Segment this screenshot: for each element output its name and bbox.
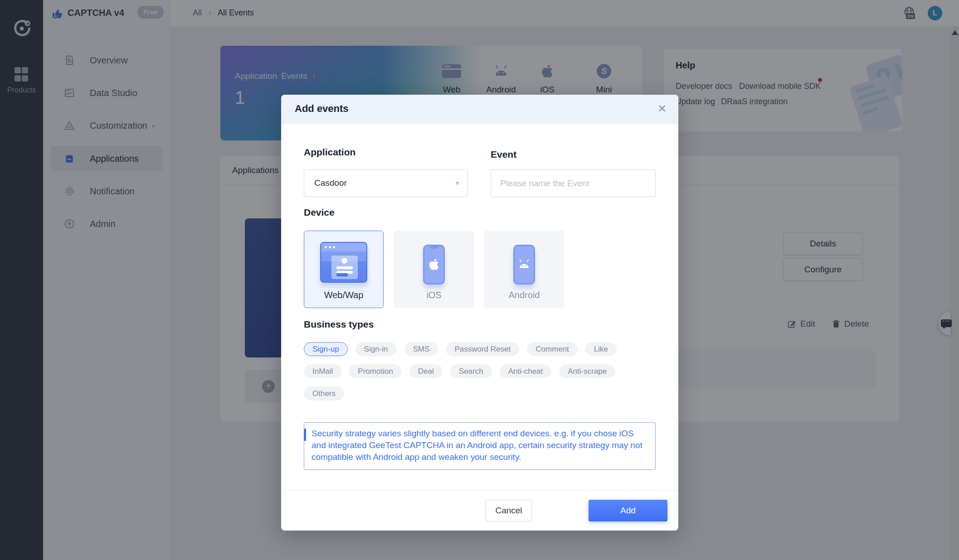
chevron-down-icon: ▼ — [454, 180, 460, 187]
iphone-device-icon — [423, 245, 445, 285]
chip-anti-cheat[interactable]: Anti-cheat — [500, 364, 552, 378]
android-device-icon — [513, 245, 535, 285]
event-label: Event — [491, 149, 516, 160]
modal-footer: Cancel Add — [281, 490, 678, 531]
chip-anti-scrape[interactable]: Anti-scrape — [559, 364, 615, 378]
modal-header: Add events ✕ — [281, 95, 678, 124]
close-icon[interactable]: ✕ — [657, 102, 667, 115]
chip-others[interactable]: Others — [304, 386, 344, 401]
application-select-value: Casdoor — [314, 178, 347, 188]
chip-inmail[interactable]: InMail — [304, 364, 341, 378]
business-chip-row-2: InMail Promotion Deal Search Anti-cheat … — [304, 364, 615, 378]
device-label: Device — [304, 207, 335, 218]
device-card-webwap[interactable]: Web/Wap — [304, 231, 384, 308]
application-select[interactable]: Casdoor ▼ — [304, 169, 468, 197]
chip-deal[interactable]: Deal — [409, 364, 443, 378]
chip-sign-up[interactable]: Sign-up — [304, 342, 348, 356]
business-chip-row-1: Sign-up Sign-in SMS Password Reset Comme… — [304, 342, 617, 356]
business-types-label: Business types — [304, 319, 374, 330]
chip-promotion[interactable]: Promotion — [349, 364, 401, 378]
add-button[interactable]: Add — [589, 500, 667, 521]
device-card-android[interactable]: Android — [484, 231, 564, 308]
device-card-ios[interactable]: iOS — [394, 231, 474, 308]
add-events-modal: Add events ✕ Application Event Casdoor ▼… — [281, 95, 678, 531]
chip-sign-in[interactable]: Sign-in — [355, 342, 397, 356]
business-chip-row-3: Others — [304, 386, 344, 401]
chip-like[interactable]: Like — [585, 342, 617, 356]
screen: Products CAPTCHA v4 Free Overview — [0, 0, 959, 560]
chip-sms[interactable]: SMS — [404, 342, 438, 356]
cancel-button[interactable]: Cancel — [486, 500, 532, 521]
browser-device-icon — [320, 242, 367, 283]
note-text: Security strategy varies slightly based … — [312, 428, 647, 463]
event-name-input[interactable] — [491, 169, 656, 197]
chip-password-reset[interactable]: Password Reset — [446, 342, 519, 356]
application-label: Application — [304, 147, 355, 158]
modal-title: Add events — [295, 103, 349, 115]
note-accent-bar — [304, 429, 306, 441]
chip-comment[interactable]: Comment — [527, 342, 578, 356]
chip-search[interactable]: Search — [450, 364, 492, 378]
security-note: Security strategy varies slightly based … — [304, 422, 656, 470]
